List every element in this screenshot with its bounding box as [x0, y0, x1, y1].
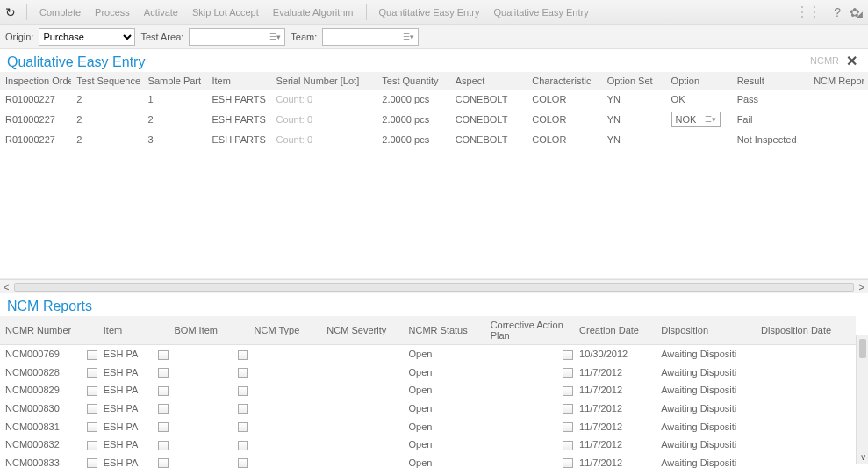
- cell: ESH PARTS: [207, 90, 271, 109]
- scroll-down-icon[interactable]: ∨: [860, 452, 866, 462]
- qual-col-header[interactable]: Inspection Order: [0, 72, 71, 90]
- qual-col-header[interactable]: Characteristic: [527, 72, 601, 90]
- detail-icon[interactable]: [87, 368, 97, 378]
- table-row[interactable]: NCM000769ESH PAOpen10/30/2012Awaiting Di…: [0, 345, 856, 364]
- detail-icon[interactable]: [158, 404, 169, 414]
- ncm-col-header[interactable]: Creation Date: [574, 316, 656, 345]
- detail-icon[interactable]: [238, 422, 248, 432]
- qual-col-header[interactable]: NCM Repor: [808, 72, 868, 90]
- cell: ESH PA: [98, 364, 153, 382]
- ncm-col-header[interactable]: Item: [98, 316, 169, 345]
- qual-col-header[interactable]: Option Set: [602, 72, 666, 90]
- toolbar-btn-process[interactable]: Process: [95, 7, 130, 18]
- detail-icon[interactable]: [158, 422, 169, 432]
- table-row[interactable]: R0100022722ESH PARTSCount: 02.0000 pcsCO…: [0, 108, 868, 131]
- scroll-left-icon[interactable]: <: [4, 282, 9, 292]
- qual-col-header[interactable]: Serial Number [Lot]: [270, 72, 377, 90]
- toolbar-btn-qualitative-easy-entry[interactable]: Qualitative Easy Entry: [493, 7, 588, 18]
- cell: ESH PA: [98, 381, 153, 400]
- cell: Awaiting Dispositi: [656, 436, 756, 454]
- detail-icon[interactable]: [238, 350, 248, 360]
- ncm-col-header[interactable]: NCM Severity: [321, 316, 403, 345]
- qual-col-header[interactable]: Aspect: [450, 72, 527, 90]
- toolbar-btn-activate[interactable]: Activate: [144, 7, 178, 18]
- table-row[interactable]: NCM000832ESH PAOpen11/7/2012Awaiting Dis…: [0, 436, 856, 454]
- detail-icon[interactable]: [563, 458, 573, 468]
- qual-hscroll[interactable]: < >: [0, 279, 868, 293]
- toolbar-btn-skip-lot-accept[interactable]: Skip Lot Accept: [192, 7, 259, 18]
- cell: YN: [602, 108, 666, 131]
- cell: R01000227: [0, 90, 71, 109]
- ncm-col-header[interactable]: NCMR Status: [404, 316, 485, 345]
- detail-icon[interactable]: [158, 441, 169, 450]
- detail-icon[interactable]: [158, 458, 169, 468]
- qual-col-header[interactable]: Test Sequence: [71, 72, 142, 90]
- toolbar-btn-quantitative-easy-entry[interactable]: Quantitative Easy Entry: [379, 7, 480, 18]
- detail-icon[interactable]: [87, 441, 97, 450]
- qual-col-header[interactable]: Sample Part: [143, 72, 207, 90]
- team-combo[interactable]: ☰▾: [322, 28, 419, 46]
- ncm-col-header[interactable]: Corrective Action Plan: [485, 316, 574, 345]
- detail-icon[interactable]: [563, 404, 573, 414]
- table-row[interactable]: NCM000833ESH PAOpen11/7/2012Awaiting Dis…: [0, 454, 856, 468]
- ncm-col-header[interactable]: BOM Item: [169, 316, 248, 345]
- qual-col-header[interactable]: Test Quantity: [377, 72, 449, 90]
- close-icon[interactable]: ✕: [846, 53, 857, 69]
- detail-icon[interactable]: [563, 422, 573, 432]
- qual-col-header[interactable]: Option: [666, 72, 732, 90]
- detail-icon[interactable]: [238, 441, 248, 450]
- testarea-combo[interactable]: ☰▾: [189, 28, 285, 46]
- ncm-col-header[interactable]: Disposition Date: [756, 316, 856, 345]
- settings-icon[interactable]: ✿◢: [850, 5, 863, 19]
- scroll-right-icon[interactable]: >: [859, 282, 864, 292]
- detail-icon[interactable]: [87, 404, 97, 414]
- option-dropdown[interactable]: NOK☰▾: [671, 112, 721, 127]
- detail-icon[interactable]: [158, 350, 169, 360]
- detail-icon[interactable]: [158, 386, 169, 396]
- qual-col-header[interactable]: Result: [732, 72, 809, 90]
- cell: Not Inspected: [732, 131, 809, 148]
- toolbar-btn-complete[interactable]: Complete: [39, 7, 81, 18]
- scroll-track[interactable]: [14, 283, 853, 292]
- toolbar-btn-evaluate-algorithm[interactable]: Evaluate Algorithm: [273, 7, 354, 18]
- detail-icon[interactable]: [87, 422, 97, 432]
- refresh-icon[interactable]: ↻: [5, 5, 16, 19]
- ncm-vscroll[interactable]: ∧ ∨: [856, 335, 868, 464]
- table-row[interactable]: NCM000830ESH PAOpen11/7/2012Awaiting Dis…: [0, 400, 856, 418]
- detail-icon[interactable]: [563, 441, 573, 450]
- more-icon[interactable]: ⋮⋮: [795, 4, 820, 20]
- cell: Awaiting Dispositi: [656, 417, 756, 436]
- cell: 11/7/2012: [574, 400, 656, 418]
- detail-icon[interactable]: [238, 404, 248, 414]
- cell: [666, 131, 732, 148]
- table-row[interactable]: R0100022723ESH PARTSCount: 02.0000 pcsCO…: [0, 131, 868, 148]
- detail-icon[interactable]: [87, 458, 97, 468]
- detail-icon[interactable]: [158, 368, 169, 378]
- table-row[interactable]: NCM000829ESH PAOpen11/7/2012Awaiting Dis…: [0, 381, 856, 400]
- detail-icon[interactable]: [238, 368, 248, 378]
- table-row[interactable]: NCM000831ESH PAOpen11/7/2012Awaiting Dis…: [0, 417, 856, 436]
- ncm-col-header[interactable]: Disposition: [656, 316, 756, 345]
- scroll-thumb[interactable]: [859, 339, 866, 358]
- cell: Awaiting Dispositi: [656, 454, 756, 468]
- detail-icon[interactable]: [87, 350, 97, 360]
- cell: ESH PA: [98, 417, 153, 436]
- cell: CONEBOLT: [450, 108, 527, 131]
- table-row[interactable]: R0100022721ESH PARTSCount: 02.0000 pcsCO…: [0, 90, 868, 109]
- ncm-col-header[interactable]: NCMR Number: [0, 316, 98, 345]
- origin-select[interactable]: Purchase: [39, 28, 135, 46]
- ncm-col-header[interactable]: NCM Type: [249, 316, 322, 345]
- qual-title: Qualitative Easy Entry: [0, 49, 152, 72]
- detail-icon[interactable]: [563, 386, 573, 396]
- qual-grid: Inspection OrderTest SequenceSample Part…: [0, 72, 868, 148]
- detail-icon[interactable]: [563, 368, 573, 378]
- detail-icon[interactable]: [563, 350, 573, 360]
- qual-col-header[interactable]: Item: [207, 72, 271, 90]
- detail-icon[interactable]: [87, 386, 97, 396]
- detail-icon[interactable]: [238, 458, 248, 468]
- detail-icon[interactable]: [238, 386, 248, 396]
- help-icon[interactable]: ?: [834, 5, 841, 19]
- table-row[interactable]: NCM000828ESH PAOpen11/7/2012Awaiting Dis…: [0, 364, 856, 382]
- cell: Open: [404, 417, 485, 436]
- dropdown-icon: ☰▾: [403, 32, 414, 41]
